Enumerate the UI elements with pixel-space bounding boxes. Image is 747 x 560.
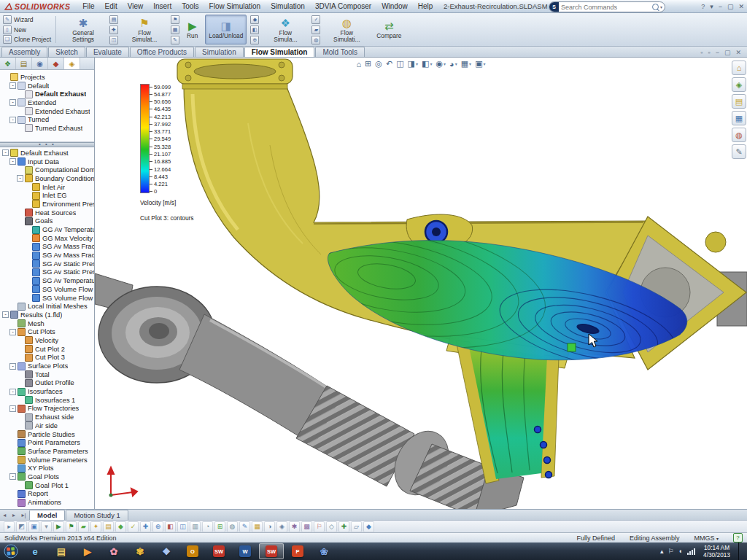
expand-toggle[interactable]: -: [9, 99, 16, 106]
analysis-tree-item-exhaust-side[interactable]: Exhaust side: [0, 413, 94, 421]
word-icon[interactable]: W: [233, 543, 258, 559]
flow-simulation-analysis-tab[interactable]: ◈: [64, 58, 80, 69]
close-button[interactable]: ✕: [738, 3, 744, 10]
fs-tool-icon-9[interactable]: ◆: [115, 521, 126, 532]
menu-3dvia-composer[interactable]: 3DVIA Composer: [310, 2, 376, 10]
tab-evaluate[interactable]: Evaluate: [86, 47, 129, 57]
speaker-icon[interactable]: ◖: [678, 548, 682, 555]
fs-tool-icon-4[interactable]: ▶: [53, 521, 64, 532]
tray-expand-icon[interactable]: ▴: [660, 548, 664, 555]
media-player-icon[interactable]: ▶: [75, 543, 100, 559]
windows-explorer-icon[interactable]: ▤: [49, 543, 74, 559]
load-unload-button[interactable]: ◨Load/Unload: [205, 15, 247, 44]
project-tree-item-projects[interactable]: Projects: [0, 73, 94, 82]
search-scope-icon[interactable]: S: [549, 2, 559, 12]
run-button[interactable]: ▶Run: [183, 15, 201, 44]
analysis-tree-item-velocity[interactable]: Velocity: [0, 336, 94, 345]
expand-toggle[interactable]: -: [9, 117, 16, 123]
clone-project-button[interactable]: ❏Clone Project: [3, 35, 51, 44]
doc-minimize-button[interactable]: −: [716, 49, 719, 56]
zoom-in-out-icon[interactable]: ◎: [375, 59, 382, 69]
fs-tool-icon-22[interactable]: ◈: [276, 521, 287, 532]
fs-tool-icon-0[interactable]: ▸: [4, 521, 15, 532]
expand-toggle[interactable]: -: [9, 389, 16, 395]
analysis-tree-item-boundary-conditions[interactable]: -Boundary Conditions: [0, 174, 94, 183]
analysis-tree-item-cut-plots[interactable]: -Cut Plots: [0, 327, 94, 336]
analysis-tree-item-sg-av-mass-fraction[interactable]: SG Av Mass Fraction: [0, 243, 94, 252]
graphics-viewport[interactable]: 59.09954.87750.65646.43542.21337.99233.7…: [95, 58, 747, 509]
analysis-tree-item-report[interactable]: Report: [0, 490, 94, 499]
display-icon-stack-icon-2[interactable]: ✎: [171, 36, 179, 44]
analysis-tree-item-gg-av-temperature[interactable]: GG Av Temperature: [0, 225, 94, 234]
expand-toggle[interactable]: -: [2, 311, 9, 318]
analysis-tree-item-volume-parameters[interactable]: Volume Parameters: [0, 456, 94, 464]
analysis-tree-item-sg-av-temperature[interactable]: SG Av Temperature: [0, 276, 94, 285]
flow-simulation-button-1[interactable]: ⚑Flow Simulat...: [122, 15, 167, 44]
analysis-tree-item-surface-parameters[interactable]: Surface Parameters: [0, 447, 94, 456]
fs-tool-icon-28[interactable]: ▱: [351, 521, 362, 532]
expand-toggle[interactable]: -: [9, 82, 16, 89]
panel-splitter[interactable]: • • •: [0, 142, 94, 147]
custom-properties-icon[interactable]: ✎: [732, 144, 746, 159]
fs-tool-icon-18[interactable]: ◍: [227, 521, 238, 532]
analysis-tree-item-local-initial-meshes[interactable]: Local Initial Meshes: [0, 302, 94, 311]
dropdown-arrow-icon[interactable]: ▾: [444, 61, 446, 66]
dropdown-arrow-icon[interactable]: ▾: [416, 61, 418, 66]
control-panel-icon[interactable]: ❀: [311, 543, 336, 559]
analysis-tree-item-mesh[interactable]: Mesh: [0, 319, 94, 328]
menu-tools[interactable]: Tools: [177, 2, 204, 10]
dimxpertmanager-tab[interactable]: ◆: [48, 58, 64, 69]
windows-app-icon[interactable]: ❖: [154, 543, 179, 559]
options-dropdown[interactable]: ▾: [710, 3, 713, 10]
search-icon[interactable]: [652, 4, 659, 10]
settings-icon-stack-icon-0[interactable]: ▤: [109, 15, 118, 24]
fs-tool-icon-29[interactable]: ◆: [363, 521, 374, 532]
project-tree-item-extended-exhaust[interactable]: Extended Exhaust: [0, 107, 94, 116]
fs-tool-icon-2[interactable]: ▣: [28, 521, 39, 532]
fs-tool-icon-8[interactable]: ▤: [103, 521, 114, 532]
tab-model[interactable]: Model: [29, 510, 65, 520]
menu-view[interactable]: View: [123, 2, 149, 10]
fs-tool-icon-10[interactable]: ✓: [128, 521, 139, 532]
dropdown-arrow-icon[interactable]: ▾: [455, 61, 457, 66]
action-center-icon[interactable]: ⚐: [668, 548, 674, 555]
project-tree-item-default[interactable]: -Default: [0, 82, 94, 90]
plot-icon-stack-icon-1[interactable]: ▰: [311, 26, 320, 34]
settings-icon-stack-icon-2[interactable]: ◫: [109, 36, 118, 44]
expand-toggle[interactable]: -: [9, 329, 16, 335]
flow-simulation-button-2[interactable]: ❖Flow Simula...: [263, 15, 308, 44]
fs-tool-icon-15[interactable]: ▥: [190, 521, 201, 532]
hide-show-items-icon[interactable]: ◉▾: [436, 59, 446, 69]
zoom-fit-icon[interactable]: ⌂: [356, 60, 361, 69]
zoom-area-icon[interactable]: ⊞: [365, 59, 371, 69]
analysis-tree-item-xy-plots[interactable]: XY Plots: [0, 464, 94, 472]
analysis-tree-item-sg-av-mass-fraction[interactable]: SG Av Mass Fraction: [0, 251, 94, 260]
project-tree-item-turned[interactable]: -Turned: [0, 115, 94, 124]
fs-tool-icon-23[interactable]: ✱: [289, 521, 300, 532]
appearances-scenes-icon[interactable]: ◍: [732, 128, 746, 142]
analysis-tree-item-goal-plot-1[interactable]: Goal Plot 1: [0, 481, 94, 490]
menu-flow-simulation[interactable]: Flow Simulation: [204, 2, 266, 10]
new-button[interactable]: ▯New: [3, 26, 51, 34]
analysis-tree-item-input-data[interactable]: -Input Data: [0, 158, 94, 166]
analysis-tree-item-sg-volume-flow-ra[interactable]: SG Volume Flow Ra: [0, 285, 94, 294]
start-button[interactable]: [0, 542, 22, 560]
view-palette-icon[interactable]: ▦: [732, 111, 746, 125]
powerpoint-icon[interactable]: P: [285, 543, 310, 559]
search-dropdown-icon[interactable]: ▾: [660, 4, 665, 9]
menu-insert[interactable]: Insert: [148, 2, 177, 10]
fs-tool-icon-5[interactable]: ⚑: [66, 521, 77, 532]
units-dropdown[interactable]: MMGS ▾: [694, 534, 719, 542]
doc-restore-button[interactable]: ▢: [724, 49, 731, 56]
analysis-tree-item-results-1-fld[interactable]: -Results (1.fld): [0, 311, 94, 319]
tab-motion-study-1[interactable]: Motion Study 1: [66, 510, 128, 520]
expand-toggle[interactable]: -: [9, 473, 16, 480]
results-icon-stack-icon-1[interactable]: ◧: [250, 26, 259, 34]
analysis-tree-item-goal-plots[interactable]: -Goal Plots: [0, 472, 94, 481]
analysis-tree-item-environment-press[interactable]: Environment Press: [0, 200, 94, 209]
analysis-tree-item-surface-plots[interactable]: -Surface Plots: [0, 362, 94, 370]
menu-simulation[interactable]: Simulation: [266, 2, 310, 10]
wizard-button[interactable]: ✎Wizard: [3, 15, 51, 24]
menu-window[interactable]: Window: [376, 2, 413, 10]
tab-scroll-buttons[interactable]: ◂▸▸|: [0, 510, 29, 520]
